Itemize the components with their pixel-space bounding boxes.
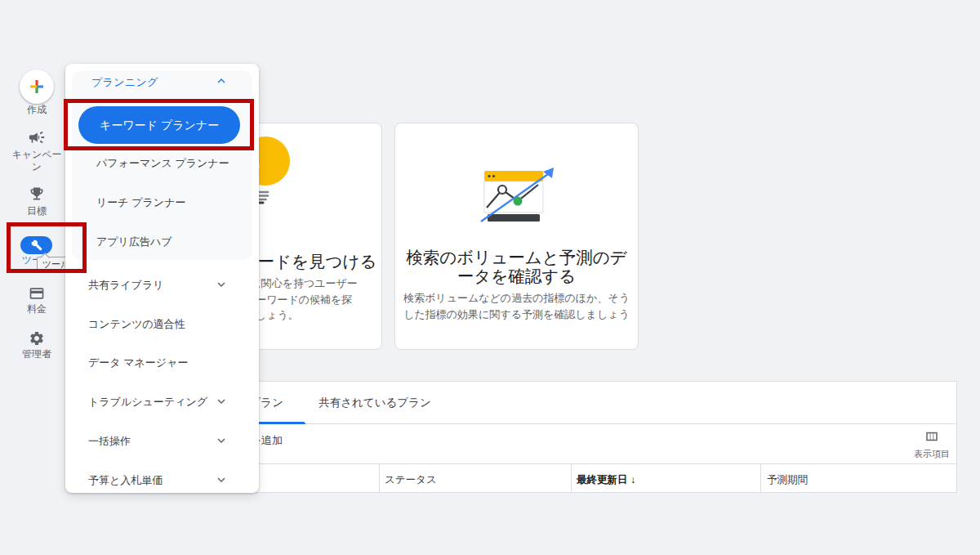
- column-divider: [571, 464, 572, 492]
- chevron-down-icon[interactable]: [214, 472, 229, 487]
- card-description: 検索ボリュームなどの過去の指標のほか、そう した指標の効果に関する予測を確認しま…: [395, 290, 638, 322]
- columns-button[interactable]: 表示項目: [912, 429, 951, 462]
- content-suitability-menu-item[interactable]: コンテンツの適合性: [88, 317, 185, 332]
- sidebar-label-campaigns: キャンペーン: [10, 149, 64, 173]
- reach-planner-menu-item[interactable]: リーチ プランナー: [96, 195, 185, 210]
- chevron-up-icon[interactable]: [214, 74, 229, 88]
- sidebar-item-goals[interactable]: [29, 186, 45, 202]
- sidebar-item-campaigns[interactable]: [28, 128, 46, 146]
- planning-section-header[interactable]: プランニング: [91, 75, 158, 90]
- plans-tab-bar: プラン 共有されているプラン: [236, 382, 956, 424]
- header-last-updated[interactable]: 最終更新日 ↓: [577, 473, 635, 487]
- app-ads-hub-menu-item[interactable]: アプリ広告ハブ: [96, 235, 172, 249]
- sidebar-label-create: 作成: [0, 104, 74, 116]
- search-volume-forecast-card[interactable]: 検索のボリュームと予測のデ ータを確認する 検索ボリュームなどの過去の指標のほか…: [394, 123, 639, 350]
- view-columns-icon: [924, 429, 939, 444]
- data-manager-menu-item[interactable]: データ マネージャー: [88, 356, 188, 370]
- header-forecast-period[interactable]: 予測期間: [767, 473, 808, 487]
- plans-panel: プラン 共有されているプラン 新しいプランを追加 表示項目 ステータス 最終更新…: [235, 381, 957, 493]
- tab-label: 共有されているプラン: [318, 396, 431, 409]
- sidebar-label-billing: 料金: [0, 303, 74, 316]
- troubleshooting-menu-item[interactable]: トラブルシューティング: [88, 395, 207, 410]
- tab-shared-plans[interactable]: 共有されているプラン: [305, 382, 444, 424]
- annotation-keyword-planner-highlight: [64, 99, 254, 150]
- google-plus-icon: [27, 77, 47, 96]
- sidebar-label-goals: 目標: [0, 205, 74, 217]
- gear-icon: [29, 330, 45, 347]
- chevron-down-icon[interactable]: [214, 433, 229, 448]
- sidebar-item-billing[interactable]: [29, 285, 45, 302]
- left-nav: 作成 キャンペーン 目標: [0, 0, 65, 555]
- annotation-tools-highlight: [7, 222, 87, 273]
- sidebar-item-admin[interactable]: [29, 330, 45, 347]
- google-ads-keyword-planner-screen: 作成 キャンペーン 目標: [0, 0, 980, 555]
- bulk-actions-menu-item[interactable]: 一括操作: [88, 434, 131, 449]
- card-title: 検索のボリュームと予測のデ ータを確認する: [395, 248, 638, 285]
- trophy-icon: [29, 186, 45, 202]
- header-status[interactable]: ステータス: [385, 473, 437, 487]
- shared-library-menu-item[interactable]: 共有ライブラリ: [88, 278, 164, 293]
- chevron-down-icon[interactable]: [214, 394, 229, 409]
- sidebar-item-create[interactable]: [20, 69, 54, 104]
- columns-button-label: 表示項目: [912, 448, 951, 460]
- sort-descending-arrow: ↓: [630, 474, 635, 486]
- performance-planner-menu-item[interactable]: パフォーマンス プランナー: [96, 156, 229, 171]
- plans-table-header: ステータス 最終更新日 ↓ 予測期間: [236, 463, 956, 492]
- column-divider: [760, 464, 761, 492]
- budgets-bids-menu-item[interactable]: 予算と入札単価: [88, 473, 163, 488]
- credit-card-icon: [29, 285, 45, 302]
- megaphone-icon: [28, 128, 46, 146]
- chevron-down-icon[interactable]: [214, 277, 229, 292]
- column-divider: [379, 464, 380, 492]
- sidebar-label-admin: 管理者: [0, 348, 74, 360]
- chart-trend-icon: [476, 164, 558, 228]
